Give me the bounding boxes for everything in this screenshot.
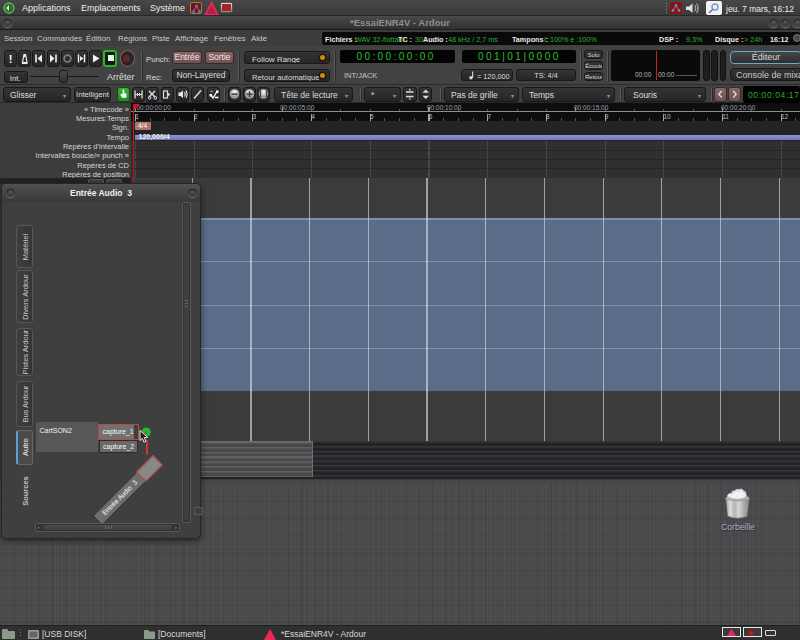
svg-text:!: ! bbox=[9, 53, 13, 65]
